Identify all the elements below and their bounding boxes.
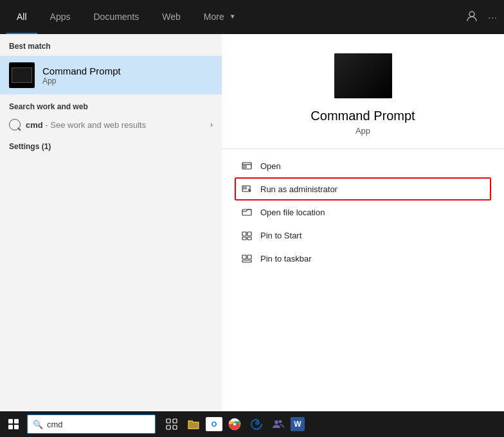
search-web-text: cmd - See work and web results xyxy=(26,120,146,130)
action-open-label: Open xyxy=(260,161,281,171)
chevron-right-icon: › xyxy=(210,120,213,129)
search-work-label: Search work and web xyxy=(0,96,222,114)
file-explorer-icon[interactable] xyxy=(184,415,203,434)
command-prompt-icon xyxy=(9,62,35,88)
search-circle-icon xyxy=(9,119,21,130)
app-preview-title: Command Prompt xyxy=(310,109,415,123)
svg-point-21 xyxy=(274,420,278,424)
nav-tab-more[interactable]: More ▼ xyxy=(194,0,246,34)
nav-tab-documents[interactable]: Documents xyxy=(83,0,149,34)
taskbar-search-text: cmd xyxy=(47,420,63,429)
action-run-as-admin-label: Run as administrator xyxy=(260,184,338,194)
app-large-icon xyxy=(334,53,392,98)
open-icon xyxy=(241,160,253,172)
chevron-down-icon: ▼ xyxy=(230,13,236,20)
runas-icon xyxy=(241,183,253,195)
teams-icon[interactable] xyxy=(269,415,288,434)
start-button[interactable] xyxy=(4,415,23,434)
action-pin-to-start-label: Pin to Start xyxy=(260,231,302,240)
taskbar-icons: O xyxy=(162,415,305,434)
svg-rect-10 xyxy=(242,255,246,259)
action-open[interactable]: Open xyxy=(235,154,491,177)
svg-rect-7 xyxy=(248,232,251,236)
windows-logo-icon xyxy=(8,419,19,429)
svg-rect-15 xyxy=(166,425,170,429)
action-pin-to-taskbar[interactable]: Pin to taskbar xyxy=(235,247,491,270)
action-pin-to-start[interactable]: Pin to Start xyxy=(235,224,491,247)
taskbar: 🔍 cmd O xyxy=(0,411,504,437)
action-open-file-location[interactable]: Open file location xyxy=(235,201,491,224)
nav-tab-web[interactable]: Web xyxy=(152,0,191,34)
svg-rect-6 xyxy=(242,232,246,236)
best-match-label: Best match xyxy=(0,34,222,55)
taskbar-search-box[interactable]: 🔍 cmd xyxy=(27,415,156,434)
task-view-icon[interactable] xyxy=(162,415,181,434)
svg-rect-9 xyxy=(248,237,251,240)
outlook-icon[interactable]: O xyxy=(206,417,222,431)
action-pin-to-taskbar-label: Pin to taskbar xyxy=(260,254,312,263)
svg-rect-2 xyxy=(244,166,246,168)
svg-rect-12 xyxy=(242,260,251,262)
top-nav: All Apps Documents Web More ▼ ··· xyxy=(0,0,504,34)
main-content: Best match Command Prompt App Search wor… xyxy=(0,34,504,420)
action-run-as-admin[interactable]: Run as administrator xyxy=(235,177,491,201)
search-web-item[interactable]: cmd - See work and web results › xyxy=(0,114,222,136)
file-location-icon xyxy=(241,206,253,218)
edge-icon[interactable] xyxy=(247,415,266,434)
pin-start-icon xyxy=(241,229,253,241)
nav-right-icons: ··· xyxy=(466,10,498,24)
chrome-icon[interactable] xyxy=(225,415,244,434)
ellipsis-icon[interactable]: ··· xyxy=(488,12,498,22)
result-subtitle: App xyxy=(42,76,121,85)
svg-rect-8 xyxy=(242,237,246,240)
svg-point-0 xyxy=(469,12,474,17)
settings-label: Settings (1) xyxy=(0,136,222,155)
nav-tab-apps[interactable]: Apps xyxy=(40,0,81,34)
svg-rect-13 xyxy=(166,419,170,423)
svg-rect-4 xyxy=(244,187,246,189)
right-panel: Command Prompt App Open xyxy=(222,34,504,420)
word-icon[interactable]: W xyxy=(291,417,305,431)
svg-point-19 xyxy=(233,423,236,425)
app-window: All Apps Documents Web More ▼ ··· xyxy=(0,0,504,437)
svg-rect-16 xyxy=(173,425,177,429)
result-title: Command Prompt xyxy=(42,66,121,76)
taskbar-search-icon: 🔍 xyxy=(33,420,43,429)
left-panel: Best match Command Prompt App Search wor… xyxy=(0,34,222,420)
action-open-file-location-label: Open file location xyxy=(260,208,325,217)
app-preview-type: App xyxy=(356,126,370,136)
svg-rect-11 xyxy=(248,255,251,259)
nav-tab-all[interactable]: All xyxy=(6,0,37,34)
divider xyxy=(222,148,504,149)
command-prompt-result[interactable]: Command Prompt App xyxy=(0,56,222,94)
svg-rect-14 xyxy=(173,419,177,423)
svg-point-20 xyxy=(279,420,282,424)
pin-taskbar-icon xyxy=(241,253,253,264)
action-list: Open Run as administrator xyxy=(222,154,504,270)
person-icon[interactable] xyxy=(466,10,478,24)
